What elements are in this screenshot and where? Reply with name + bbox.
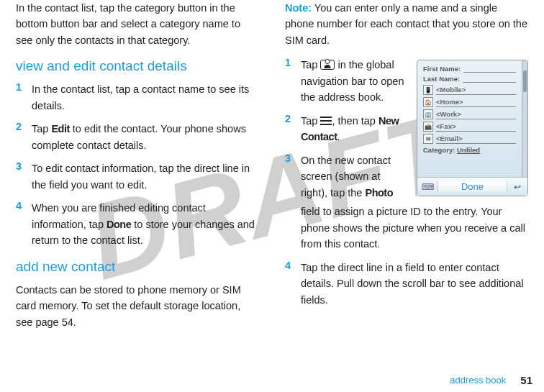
step-text: To edit contact information, tap the dir… (32, 160, 259, 193)
step-number-spacer (285, 204, 301, 252)
step-text: Tap Edit to edit the contact. Your phone… (32, 121, 259, 153)
step-number: 3 (16, 160, 32, 193)
home-icon: 🏠 (423, 97, 433, 107)
step-row: 1 Tap in the global navigation bar to op… (285, 57, 409, 105)
category-row[interactable]: Category: Unfiled (423, 146, 516, 154)
first-name-field[interactable] (463, 65, 516, 73)
bold-label: Edit (51, 123, 69, 135)
phone-scrollbar[interactable] (522, 60, 527, 177)
step-text: field to assign a picture ID to the entr… (301, 204, 528, 252)
mobile-icon: 📱 (423, 85, 433, 95)
step-text: Tap , then tap New Contact. (301, 113, 409, 145)
text: , then tap (332, 115, 378, 127)
last-name-field[interactable] (463, 76, 516, 83)
note-paragraph: Note: You can enter only a name and a si… (285, 0, 528, 48)
step-number: 3 (285, 152, 301, 201)
step-row: 4 When you are finished editing contact … (16, 200, 259, 248)
step-row: 3 To edit contact information, tap the d… (16, 160, 259, 193)
step-row-continued: field to assign a picture ID to the entr… (285, 204, 528, 252)
bold-label: Done (106, 219, 131, 230)
fax-field[interactable]: <Fax> (436, 122, 516, 132)
note-text: You can enter only a name and a single p… (285, 2, 527, 46)
category-label: Category: (423, 146, 455, 154)
step-text: When you are finished editing contact in… (32, 200, 259, 248)
left-column: In the contact list, tap the category bu… (9, 0, 272, 392)
mobile-row[interactable]: 📱 <Mobile> (423, 85, 516, 95)
right-column: Note: You can enter only a name and a si… (272, 0, 535, 392)
fax-row[interactable]: 📠 <Fax> (423, 122, 516, 132)
contacts-icon (320, 60, 335, 70)
step-number: 4 (16, 200, 32, 248)
phone-bottom-bar: ⌨ Done ↩ (417, 177, 527, 196)
first-name-label: First Name: (423, 65, 461, 73)
step-number: 2 (16, 121, 32, 153)
category-value[interactable]: Unfiled (457, 146, 480, 154)
step-text: On the new contact screen (shown at righ… (301, 152, 409, 201)
first-name-row[interactable]: First Name: (423, 65, 516, 73)
page-content: In the contact list, tap the category bu… (0, 0, 544, 392)
step-number: 4 (285, 260, 301, 308)
step-number: 1 (285, 57, 301, 105)
intro-paragraph: In the contact list, tap the category bu… (16, 0, 259, 48)
email-row[interactable]: ✉ <Email> (423, 134, 516, 144)
scrollbar-thumb[interactable] (523, 70, 527, 92)
add-contact-paragraph: Contacts can be stored to phone memory o… (16, 282, 259, 330)
email-field[interactable]: <Email> (436, 135, 516, 144)
text: Tap (301, 59, 320, 70)
back-icon[interactable]: ↩ (507, 182, 527, 192)
menu-icon (320, 117, 332, 125)
keypad-icon[interactable]: ⌨ (417, 182, 438, 192)
step-number: 1 (16, 81, 32, 114)
step-row: 3 On the new contact screen (shown at ri… (285, 152, 409, 201)
step-row: 2 Tap , then tap New Contact. (285, 113, 409, 145)
text: . (337, 131, 340, 142)
home-field[interactable]: <Home> (436, 98, 516, 107)
step-text: Tap in the global navigation bar to open… (301, 57, 409, 105)
phone-body: First Name: Last Name: 📱 <Mobile> � (417, 60, 522, 177)
narrow-steps: 1 Tap in the global navigation bar to op… (285, 57, 409, 208)
last-name-row[interactable]: Last Name: (423, 75, 516, 83)
step-row: 1 In the contact list, tap a contact nam… (16, 81, 259, 114)
note-label: Note: (285, 2, 312, 14)
work-icon: 🏢 (423, 109, 433, 119)
step-row: 4 Tap the direct line in a field to ente… (285, 260, 528, 308)
step-number: 2 (285, 113, 301, 145)
step-text: Tap the direct line in a field to enter … (301, 260, 528, 308)
done-button[interactable]: Done (438, 181, 507, 192)
bold-label: Photo (365, 187, 393, 199)
phone-screenshot-mock: First Name: Last Name: 📱 <Mobile> � (417, 60, 528, 196)
step-text: In the contact list, tap a contact name … (32, 81, 259, 114)
heading-view-edit: view and edit contact details (16, 58, 259, 74)
fax-icon: 📠 (423, 122, 433, 132)
text: Tap (301, 115, 320, 127)
step-row: 2 Tap Edit to edit the contact. Your pho… (16, 121, 259, 153)
text: field to assign a picture ID to the entr… (301, 206, 525, 250)
email-icon: ✉ (423, 134, 433, 144)
text: Tap (32, 123, 51, 135)
work-row[interactable]: 🏢 <Work> (423, 109, 516, 119)
mobile-field[interactable]: <Mobile> (436, 86, 516, 95)
steps-with-mock: 1 Tap in the global navigation bar to op… (285, 57, 528, 208)
last-name-label: Last Name: (423, 75, 460, 83)
home-row[interactable]: 🏠 <Home> (423, 97, 516, 107)
heading-add-contact: add new contact (16, 259, 259, 275)
work-field[interactable]: <Work> (436, 110, 516, 119)
